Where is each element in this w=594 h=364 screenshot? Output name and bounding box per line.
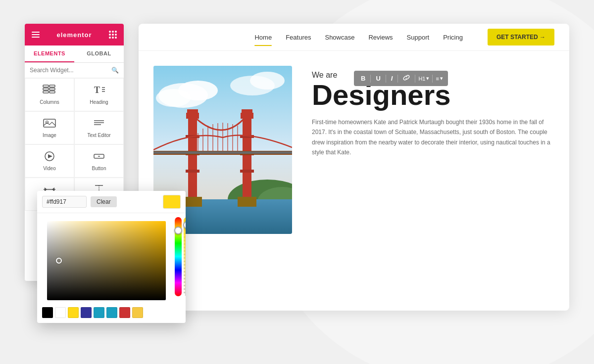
nav-features[interactable]: Features — [286, 32, 311, 43]
toolbar-divider-2 — [386, 75, 386, 83]
tab-global[interactable]: GLOBAL — [74, 46, 124, 62]
panel-header: elementor — [25, 24, 124, 46]
widget-button-label: Button — [92, 166, 106, 171]
swatch-yellow[interactable] — [68, 307, 79, 318]
svg-rect-56 — [153, 151, 292, 154]
hue-slider[interactable] — [175, 217, 182, 296]
color-picker-body — [37, 213, 186, 304]
swatch-navy[interactable] — [81, 307, 92, 318]
gradient-handle[interactable] — [56, 258, 62, 264]
widget-columns[interactable]: Columns — [25, 78, 74, 111]
image-icon — [43, 118, 56, 131]
color-swatches-row — [37, 304, 186, 323]
columns-icon — [43, 85, 56, 97]
svg-rect-42 — [186, 170, 199, 173]
svg-text:T: T — [94, 85, 100, 95]
swatch-black[interactable] — [42, 307, 53, 318]
svg-rect-37 — [187, 109, 198, 113]
heading-dropdown[interactable]: H1 ▾ — [418, 75, 429, 82]
svg-rect-0 — [43, 85, 49, 87]
get-started-button[interactable]: GET STARTED → — [488, 29, 554, 46]
widget-video-label: Video — [43, 166, 55, 171]
description-text: First-time homeowners Kate and Patrick M… — [312, 117, 554, 158]
svg-rect-2 — [43, 91, 49, 93]
nav-reviews[interactable]: Reviews — [368, 32, 393, 43]
swatch-teal[interactable] — [94, 307, 104, 318]
nav-support[interactable]: Support — [407, 32, 430, 43]
widget-image-label: Image — [43, 133, 56, 138]
widget-button[interactable]: Button — [74, 144, 124, 178]
search-icon: 🔍 — [111, 67, 119, 74]
swatch-red[interactable] — [119, 307, 130, 318]
svg-rect-1 — [43, 88, 49, 90]
hamburger-menu-icon[interactable] — [32, 32, 40, 38]
color-gradient-canvas[interactable] — [47, 221, 166, 300]
hue-thumb[interactable] — [174, 227, 182, 234]
swatch-blue[interactable] — [106, 307, 117, 318]
link-button[interactable] — [401, 73, 412, 84]
color-picker-top-row: #ffd917 Clear — [37, 191, 186, 213]
svg-rect-4 — [50, 88, 55, 90]
panel-search-bar: 🔍 — [25, 63, 124, 78]
svg-rect-10 — [44, 119, 55, 127]
svg-point-28 — [156, 89, 191, 107]
gradient-section — [42, 217, 171, 300]
search-input[interactable] — [30, 67, 108, 74]
nav-home[interactable]: Home — [254, 32, 272, 43]
svg-rect-45 — [240, 170, 254, 173]
toolbar-divider-1 — [370, 75, 371, 83]
heading-icon: T — [92, 85, 106, 97]
widget-heading[interactable]: T Heading — [74, 78, 124, 111]
text-toolbar: B U I H1 ▾ ≡ ▾ — [354, 71, 448, 86]
svg-rect-35 — [243, 115, 251, 204]
widget-columns-label: Columns — [40, 99, 59, 105]
website-preview: B U I H1 ▾ ≡ ▾ Home Feat — [139, 24, 569, 311]
bold-button[interactable]: B — [359, 74, 367, 83]
panel-tabs: ELEMENTS GLOBAL — [25, 46, 124, 63]
elementor-logo: elementor — [56, 31, 92, 39]
grid-dots-icon[interactable] — [109, 31, 117, 39]
nav-items: Home Features Showcase Reviews Support P… — [254, 32, 462, 43]
sliders-section — [175, 217, 186, 300]
hex-input[interactable]: #ffd917 — [42, 196, 87, 208]
svg-marker-16 — [48, 154, 52, 158]
toolbar-divider-3 — [397, 75, 398, 83]
toolbar-divider-4 — [415, 75, 415, 83]
tab-elements[interactable]: ELEMENTS — [25, 46, 74, 62]
svg-rect-5 — [50, 91, 55, 93]
svg-point-30 — [250, 72, 285, 90]
alpha-slider[interactable] — [184, 217, 186, 296]
swatch-white[interactable] — [55, 307, 66, 318]
svg-rect-3 — [50, 85, 55, 87]
list-dropdown[interactable]: ≡ ▾ — [436, 75, 443, 82]
navbar: Home Features Showcase Reviews Support P… — [139, 24, 569, 51]
current-color-swatch — [163, 195, 181, 209]
toolbar-divider-5 — [432, 75, 433, 83]
nav-showcase[interactable]: Showcase — [325, 32, 354, 43]
svg-rect-57 — [183, 197, 202, 207]
underline-button[interactable]: U — [374, 74, 382, 83]
svg-rect-34 — [188, 115, 197, 204]
widget-text-editor[interactable]: Text Editor — [74, 111, 124, 144]
svg-rect-39 — [242, 109, 252, 113]
color-picker-popup: #ffd917 Clear — [37, 191, 186, 323]
widget-heading-label: Heading — [90, 99, 108, 105]
nav-pricing[interactable]: Pricing — [443, 32, 463, 43]
widget-video[interactable]: Video — [25, 144, 74, 178]
widget-text-editor-label: Text Editor — [87, 133, 110, 138]
video-icon — [43, 151, 56, 164]
text-editor-icon — [92, 118, 106, 131]
clear-button[interactable]: Clear — [91, 196, 117, 207]
italic-button[interactable]: I — [389, 74, 395, 83]
swatch-gold[interactable] — [132, 307, 143, 318]
button-icon — [92, 151, 106, 164]
svg-rect-58 — [238, 197, 256, 207]
widget-image[interactable]: Image — [25, 111, 74, 144]
